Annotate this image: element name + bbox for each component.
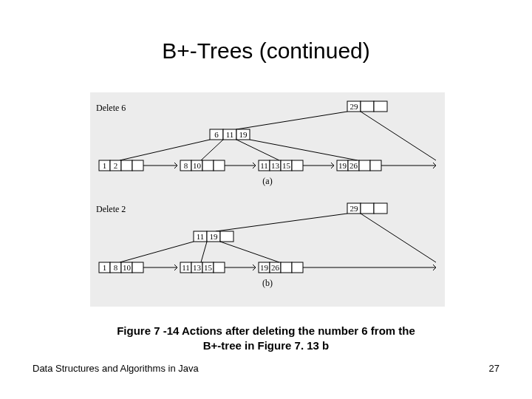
svg-line-9 bbox=[201, 140, 223, 160]
int-a-k0: 6 bbox=[214, 130, 219, 139]
leaf-b-0-k2: 10 bbox=[123, 263, 132, 272]
svg-rect-1 bbox=[361, 101, 374, 112]
svg-line-40 bbox=[120, 242, 194, 262]
int-a-k1: 11 bbox=[226, 130, 234, 139]
figure-caption: Figure 7 -14 Actions after deleting the … bbox=[0, 324, 532, 352]
svg-line-35 bbox=[216, 214, 347, 231]
svg-rect-39 bbox=[220, 231, 233, 242]
svg-rect-19 bbox=[214, 160, 225, 171]
leaf-b-2-k0: 19 bbox=[260, 263, 269, 272]
leaf-b-1-k1: 13 bbox=[193, 263, 202, 272]
internal-node-a: 6 11 19 bbox=[210, 129, 250, 140]
leaf-a-3-k1: 26 bbox=[349, 161, 358, 170]
svg-rect-34 bbox=[374, 203, 387, 214]
root-a-key0: 29 bbox=[350, 102, 359, 111]
op-label-a: Delete 6 bbox=[96, 103, 126, 113]
leaf-a-2: 11 13 15 bbox=[259, 160, 303, 171]
slide-title: B+-Trees (continued) bbox=[0, 38, 532, 64]
root-b-key0: 29 bbox=[350, 204, 359, 213]
svg-rect-15 bbox=[132, 160, 143, 171]
svg-rect-33 bbox=[361, 203, 374, 214]
svg-line-10 bbox=[236, 140, 279, 160]
leaf-b-0-k1: 8 bbox=[114, 263, 118, 272]
leaf-a-0-k0: 1 bbox=[103, 161, 107, 170]
footer-source: Data Structures and Algorithms in Java bbox=[33, 363, 199, 374]
caption-line2: B+-tree in Figure 7. 13 b bbox=[203, 339, 329, 352]
svg-line-41 bbox=[201, 242, 207, 262]
sublabel-a: (a) bbox=[262, 176, 272, 186]
svg-rect-23 bbox=[292, 160, 303, 171]
internal-node-b: 11 19 bbox=[194, 231, 233, 242]
sublabel-b: (b) bbox=[262, 278, 273, 288]
svg-rect-27 bbox=[370, 160, 381, 171]
svg-line-36 bbox=[361, 214, 436, 262]
svg-rect-2 bbox=[374, 101, 387, 112]
svg-line-4 bbox=[361, 112, 436, 160]
slide: B+-Trees (continued) Delete 6 29 6 bbox=[0, 0, 532, 399]
svg-rect-50 bbox=[214, 262, 225, 273]
leaf-b-0-k0: 1 bbox=[103, 263, 107, 272]
leaf-a-1: 8 10 bbox=[180, 160, 225, 171]
int-a-k2: 19 bbox=[239, 130, 248, 139]
leaf-a-2-k0: 11 bbox=[260, 161, 268, 170]
svg-rect-53 bbox=[281, 262, 292, 273]
leaf-a-2-k2: 15 bbox=[282, 161, 291, 170]
leaf-a-3: 19 26 bbox=[337, 160, 381, 171]
leaf-a-1-k1: 10 bbox=[193, 161, 202, 170]
figure-panel: Delete 6 29 6 11 19 bbox=[90, 92, 445, 307]
svg-rect-46 bbox=[132, 262, 143, 273]
leaf-a-2-k1: 13 bbox=[271, 161, 280, 170]
svg-rect-14 bbox=[121, 160, 132, 171]
svg-line-11 bbox=[250, 140, 358, 160]
svg-rect-18 bbox=[202, 160, 214, 171]
leaf-a-1-k0: 8 bbox=[184, 161, 188, 170]
btree-diagram-svg: Delete 6 29 6 11 19 bbox=[90, 92, 445, 307]
op-label-b: Delete 2 bbox=[96, 204, 126, 214]
page-number: 27 bbox=[489, 363, 499, 374]
leaf-b-1-k2: 15 bbox=[204, 263, 213, 272]
svg-rect-26 bbox=[359, 160, 370, 171]
leaf-a-0: 1 2 bbox=[99, 160, 143, 171]
svg-line-3 bbox=[236, 112, 347, 129]
leaf-b-1: 11 13 15 bbox=[180, 262, 225, 273]
svg-line-8 bbox=[120, 140, 210, 160]
leaf-b-0: 1 8 10 bbox=[99, 262, 143, 273]
svg-rect-54 bbox=[292, 262, 303, 273]
leaf-a-0-k1: 2 bbox=[114, 161, 118, 170]
root-node-b: 29 bbox=[347, 203, 387, 214]
leaf-b-2-k1: 26 bbox=[271, 263, 280, 272]
root-node-a: 29 bbox=[347, 101, 387, 112]
leaf-a-3-k0: 19 bbox=[338, 161, 347, 170]
leaf-b-1-k0: 11 bbox=[182, 263, 190, 272]
caption-line1: Figure 7 -14 Actions after deleting the … bbox=[117, 324, 415, 337]
svg-line-42 bbox=[220, 242, 279, 262]
int-b-k0: 11 bbox=[197, 232, 205, 241]
leaf-b-2: 19 26 bbox=[259, 262, 303, 273]
int-b-k1: 19 bbox=[210, 232, 219, 241]
